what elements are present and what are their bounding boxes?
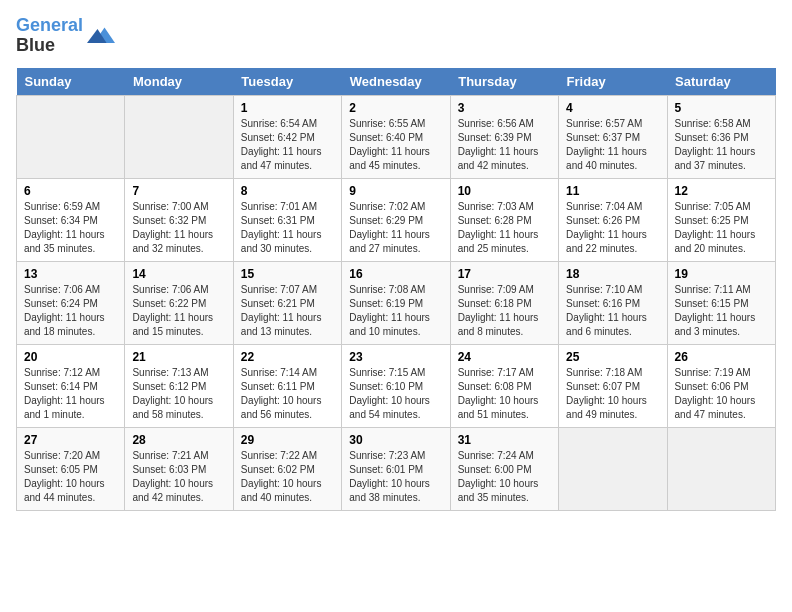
day-info: Sunrise: 6:58 AM Sunset: 6:36 PM Dayligh… <box>675 117 768 173</box>
day-number: 28 <box>132 433 225 447</box>
day-cell: 23Sunrise: 7:15 AM Sunset: 6:10 PM Dayli… <box>342 344 450 427</box>
week-row-4: 20Sunrise: 7:12 AM Sunset: 6:14 PM Dayli… <box>17 344 776 427</box>
day-number: 10 <box>458 184 551 198</box>
day-number: 23 <box>349 350 442 364</box>
weekday-header-row: SundayMondayTuesdayWednesdayThursdayFrid… <box>17 68 776 96</box>
day-info: Sunrise: 6:55 AM Sunset: 6:40 PM Dayligh… <box>349 117 442 173</box>
day-cell: 28Sunrise: 7:21 AM Sunset: 6:03 PM Dayli… <box>125 427 233 510</box>
day-cell: 25Sunrise: 7:18 AM Sunset: 6:07 PM Dayli… <box>559 344 667 427</box>
day-info: Sunrise: 7:17 AM Sunset: 6:08 PM Dayligh… <box>458 366 551 422</box>
day-info: Sunrise: 7:23 AM Sunset: 6:01 PM Dayligh… <box>349 449 442 505</box>
day-cell: 18Sunrise: 7:10 AM Sunset: 6:16 PM Dayli… <box>559 261 667 344</box>
weekday-header-wednesday: Wednesday <box>342 68 450 96</box>
day-number: 13 <box>24 267 117 281</box>
day-cell: 11Sunrise: 7:04 AM Sunset: 6:26 PM Dayli… <box>559 178 667 261</box>
day-number: 16 <box>349 267 442 281</box>
day-number: 5 <box>675 101 768 115</box>
weekday-header-sunday: Sunday <box>17 68 125 96</box>
day-info: Sunrise: 7:22 AM Sunset: 6:02 PM Dayligh… <box>241 449 334 505</box>
day-cell: 13Sunrise: 7:06 AM Sunset: 6:24 PM Dayli… <box>17 261 125 344</box>
day-number: 4 <box>566 101 659 115</box>
day-info: Sunrise: 7:10 AM Sunset: 6:16 PM Dayligh… <box>566 283 659 339</box>
day-info: Sunrise: 7:24 AM Sunset: 6:00 PM Dayligh… <box>458 449 551 505</box>
logo: General Blue <box>16 16 115 56</box>
day-info: Sunrise: 7:18 AM Sunset: 6:07 PM Dayligh… <box>566 366 659 422</box>
day-info: Sunrise: 7:12 AM Sunset: 6:14 PM Dayligh… <box>24 366 117 422</box>
day-cell: 14Sunrise: 7:06 AM Sunset: 6:22 PM Dayli… <box>125 261 233 344</box>
day-number: 11 <box>566 184 659 198</box>
logo-text: General Blue <box>16 16 83 56</box>
day-cell: 24Sunrise: 7:17 AM Sunset: 6:08 PM Dayli… <box>450 344 558 427</box>
day-cell <box>667 427 775 510</box>
day-number: 2 <box>349 101 442 115</box>
day-info: Sunrise: 7:08 AM Sunset: 6:19 PM Dayligh… <box>349 283 442 339</box>
week-row-2: 6Sunrise: 6:59 AM Sunset: 6:34 PM Daylig… <box>17 178 776 261</box>
day-number: 12 <box>675 184 768 198</box>
day-info: Sunrise: 6:57 AM Sunset: 6:37 PM Dayligh… <box>566 117 659 173</box>
weekday-header-saturday: Saturday <box>667 68 775 96</box>
day-number: 14 <box>132 267 225 281</box>
day-cell: 8Sunrise: 7:01 AM Sunset: 6:31 PM Daylig… <box>233 178 341 261</box>
day-cell <box>17 95 125 178</box>
day-cell: 7Sunrise: 7:00 AM Sunset: 6:32 PM Daylig… <box>125 178 233 261</box>
day-number: 20 <box>24 350 117 364</box>
day-info: Sunrise: 6:59 AM Sunset: 6:34 PM Dayligh… <box>24 200 117 256</box>
day-cell: 21Sunrise: 7:13 AM Sunset: 6:12 PM Dayli… <box>125 344 233 427</box>
day-cell <box>559 427 667 510</box>
day-cell: 1Sunrise: 6:54 AM Sunset: 6:42 PM Daylig… <box>233 95 341 178</box>
day-info: Sunrise: 7:05 AM Sunset: 6:25 PM Dayligh… <box>675 200 768 256</box>
day-info: Sunrise: 7:02 AM Sunset: 6:29 PM Dayligh… <box>349 200 442 256</box>
day-cell: 26Sunrise: 7:19 AM Sunset: 6:06 PM Dayli… <box>667 344 775 427</box>
day-info: Sunrise: 7:09 AM Sunset: 6:18 PM Dayligh… <box>458 283 551 339</box>
day-number: 21 <box>132 350 225 364</box>
day-number: 1 <box>241 101 334 115</box>
day-cell: 17Sunrise: 7:09 AM Sunset: 6:18 PM Dayli… <box>450 261 558 344</box>
day-cell: 9Sunrise: 7:02 AM Sunset: 6:29 PM Daylig… <box>342 178 450 261</box>
day-number: 15 <box>241 267 334 281</box>
day-number: 29 <box>241 433 334 447</box>
weekday-header-thursday: Thursday <box>450 68 558 96</box>
day-number: 30 <box>349 433 442 447</box>
week-row-5: 27Sunrise: 7:20 AM Sunset: 6:05 PM Dayli… <box>17 427 776 510</box>
day-info: Sunrise: 7:03 AM Sunset: 6:28 PM Dayligh… <box>458 200 551 256</box>
day-number: 31 <box>458 433 551 447</box>
day-cell: 19Sunrise: 7:11 AM Sunset: 6:15 PM Dayli… <box>667 261 775 344</box>
day-cell: 10Sunrise: 7:03 AM Sunset: 6:28 PM Dayli… <box>450 178 558 261</box>
day-cell: 27Sunrise: 7:20 AM Sunset: 6:05 PM Dayli… <box>17 427 125 510</box>
day-number: 26 <box>675 350 768 364</box>
day-cell: 29Sunrise: 7:22 AM Sunset: 6:02 PM Dayli… <box>233 427 341 510</box>
day-cell: 2Sunrise: 6:55 AM Sunset: 6:40 PM Daylig… <box>342 95 450 178</box>
day-cell: 12Sunrise: 7:05 AM Sunset: 6:25 PM Dayli… <box>667 178 775 261</box>
day-info: Sunrise: 7:11 AM Sunset: 6:15 PM Dayligh… <box>675 283 768 339</box>
day-number: 25 <box>566 350 659 364</box>
day-cell: 16Sunrise: 7:08 AM Sunset: 6:19 PM Dayli… <box>342 261 450 344</box>
page-header: General Blue <box>16 16 776 56</box>
day-number: 17 <box>458 267 551 281</box>
day-cell: 15Sunrise: 7:07 AM Sunset: 6:21 PM Dayli… <box>233 261 341 344</box>
day-info: Sunrise: 7:06 AM Sunset: 6:24 PM Dayligh… <box>24 283 117 339</box>
day-number: 27 <box>24 433 117 447</box>
day-number: 19 <box>675 267 768 281</box>
weekday-header-friday: Friday <box>559 68 667 96</box>
day-info: Sunrise: 7:14 AM Sunset: 6:11 PM Dayligh… <box>241 366 334 422</box>
day-number: 6 <box>24 184 117 198</box>
day-cell: 31Sunrise: 7:24 AM Sunset: 6:00 PM Dayli… <box>450 427 558 510</box>
day-cell: 5Sunrise: 6:58 AM Sunset: 6:36 PM Daylig… <box>667 95 775 178</box>
day-cell <box>125 95 233 178</box>
day-cell: 3Sunrise: 6:56 AM Sunset: 6:39 PM Daylig… <box>450 95 558 178</box>
calendar-table: SundayMondayTuesdayWednesdayThursdayFrid… <box>16 68 776 511</box>
day-info: Sunrise: 6:56 AM Sunset: 6:39 PM Dayligh… <box>458 117 551 173</box>
day-cell: 30Sunrise: 7:23 AM Sunset: 6:01 PM Dayli… <box>342 427 450 510</box>
week-row-3: 13Sunrise: 7:06 AM Sunset: 6:24 PM Dayli… <box>17 261 776 344</box>
day-info: Sunrise: 7:21 AM Sunset: 6:03 PM Dayligh… <box>132 449 225 505</box>
day-info: Sunrise: 7:07 AM Sunset: 6:21 PM Dayligh… <box>241 283 334 339</box>
day-info: Sunrise: 7:00 AM Sunset: 6:32 PM Dayligh… <box>132 200 225 256</box>
day-cell: 20Sunrise: 7:12 AM Sunset: 6:14 PM Dayli… <box>17 344 125 427</box>
day-number: 9 <box>349 184 442 198</box>
day-number: 7 <box>132 184 225 198</box>
day-info: Sunrise: 7:20 AM Sunset: 6:05 PM Dayligh… <box>24 449 117 505</box>
day-info: Sunrise: 7:04 AM Sunset: 6:26 PM Dayligh… <box>566 200 659 256</box>
day-number: 22 <box>241 350 334 364</box>
week-row-1: 1Sunrise: 6:54 AM Sunset: 6:42 PM Daylig… <box>17 95 776 178</box>
day-number: 3 <box>458 101 551 115</box>
